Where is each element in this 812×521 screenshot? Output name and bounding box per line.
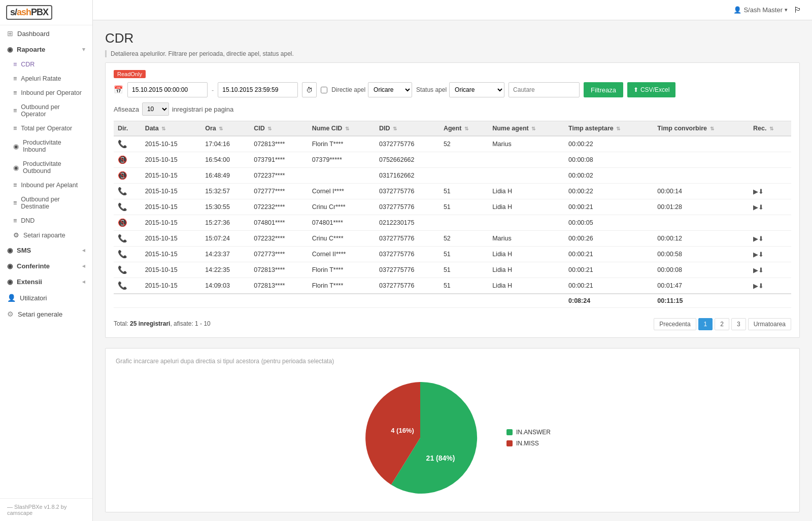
call-in-icon: 📞 [118,202,127,211]
sidebar-item-inbound-per-operator[interactable]: ≡ Inbound per Operator [0,86,92,100]
col-ora[interactable]: Ora ⇅ [201,121,250,136]
col-numeagent[interactable]: Nume agent ⇅ [488,121,564,136]
cdr-panel: ReadOnly 📅 - ⏱ Directie apel Oricare Inb… [105,62,800,338]
cell-data: 2015-10-15 [141,247,201,262]
cell-ora: 15:32:57 [201,184,250,199]
csv-button[interactable]: ⬆ CSV/Excel [627,82,675,97]
play-button[interactable]: ▶ [753,188,758,195]
dnd-icon: ≡ [13,217,17,224]
cell-timp-asteptare: 00:00:22 [564,136,653,152]
sms-chevron-icon: ◂ [82,247,85,254]
per-page-select[interactable]: 10 25 50 100 [142,102,169,116]
play-button[interactable]: ▶ [753,266,758,274]
sidebar-item-total-per-operator[interactable]: ≡ Total per Operator [0,121,92,135]
pagination: Precedenta 1 2 3 Urmatoarea [654,318,791,330]
download-button[interactable]: ⬇ [758,266,764,274]
sms-icon: ◉ [7,247,13,254]
cell-data: 2015-10-15 [141,168,201,184]
prev-button[interactable]: Precedenta [654,318,696,330]
cell-rec: ▶⬇ [749,262,791,278]
download-button[interactable]: ⬇ [758,251,764,258]
sidebar-item-dashboard[interactable]: ⊞ Dashboard [0,25,92,42]
clock-button[interactable]: ⏱ [302,82,317,97]
inbound-apelant-icon: ≡ [13,182,17,189]
sidebar-item-utilizatori[interactable]: 👤 Utilizatori [0,290,92,306]
cell-numeagent: Lidia H [488,184,564,199]
cell-did: 0372775776 [375,199,439,215]
download-button[interactable]: ⬇ [758,188,764,195]
cell-cid: 073791**** [250,152,308,168]
cell-rec [749,136,791,152]
cdr-panel-body: ReadOnly 📅 - ⏱ Directie apel Oricare Inb… [106,63,799,337]
date-to-input[interactable] [218,82,298,97]
sidebar-item-setari-rapoarte[interactable]: ⚙ Setari rapoarte [0,228,92,242]
cell-dir: 📞 [114,184,141,199]
cell-did: 0372775776 [375,184,439,199]
cell-ora: 14:23:37 [201,247,250,262]
cell-numeagent [488,152,564,168]
cell-cid: 072813**** [250,136,308,152]
cell-numeagent: Marius [488,136,564,152]
filter-button[interactable]: Filtreaza [584,82,623,97]
sidebar-item-setari-generale[interactable]: ⚙ Setari generale [0,306,92,322]
download-button[interactable]: ⬇ [758,235,764,242]
cell-timp-convorbire: 00:01:28 [653,199,749,215]
sidebar-item-conferinte[interactable]: ◉ Conferinte ◂ [0,258,92,274]
sidebar-item-productivitate-inbound[interactable]: ◉ Productivitate Inbound [0,135,92,157]
search-input[interactable] [509,82,580,97]
cell-ora: 14:09:03 [201,278,250,294]
directie-select[interactable]: Oricare Inbound Outbound [368,82,412,97]
date-from-input[interactable] [127,82,208,97]
sidebar-item-productivitate-outbound[interactable]: ◉ Productivitate Outbound [0,157,92,178]
sidebar-item-apeluri-ratate[interactable]: ≡ Apeluri Ratate [0,72,92,86]
sidebar-item-cdr[interactable]: ≡ CDR [0,57,92,72]
col-timp-convorbire[interactable]: Timp convorbire ⇅ [653,121,749,136]
cell-did: 0372775776 [375,231,439,247]
col-numecid[interactable]: Nume CID ⇅ [308,121,375,136]
col-agent[interactable]: Agent ⇅ [439,121,488,136]
sidebar-item-inbound-per-apelant[interactable]: ≡ Inbound per Apelant [0,178,92,192]
page-description: Detalierea apelurilor. Filtrare per peri… [105,50,800,57]
sidebar-item-sms[interactable]: ◉ SMS ◂ [0,242,92,258]
sidebar-item-rapoarte[interactable]: ◉ Rapoarte ▾ [0,42,92,57]
call-in-icon: 📞 [118,265,127,274]
cell-dir: 📵 [114,152,141,168]
date-checkbox[interactable] [321,87,327,93]
cell-agent [439,168,488,184]
play-button[interactable]: ▶ [753,203,758,211]
play-button[interactable]: ▶ [753,235,758,242]
col-cid[interactable]: CID ⇅ [250,121,308,136]
cell-timp-convorbire: 00:00:14 [653,184,749,199]
cdr-table: Dir. Data ⇅ Ora ⇅ CID ⇅ Nume CID ⇅ DID ⇅… [114,121,791,308]
col-data[interactable]: Data ⇅ [141,121,201,136]
flag-icon[interactable]: 🏳 [794,6,802,15]
sidebar-item-extensii[interactable]: ◉ Extensii ◂ [0,274,92,290]
play-button[interactable]: ▶ [753,251,758,258]
sidebar-item-outbound-per-operator[interactable]: ≡ Outbound per Operator [0,100,92,121]
col-did[interactable]: DID ⇅ [375,121,439,136]
page-3-button[interactable]: 3 [731,318,746,330]
col-timp-asteptare[interactable]: Timp asteptare ⇅ [564,121,653,136]
rapoarte-icon: ◉ [7,46,13,53]
sidebar-item-outbound-per-destinatie[interactable]: ≡ Outbound per Destinatie [0,192,92,214]
play-button[interactable]: ▶ [753,282,758,290]
sidebar-item-dnd[interactable]: ≡ DND [0,214,92,228]
cell-ora: 15:30:55 [201,199,250,215]
user-menu[interactable]: 👤 S/ash Master ▾ [733,6,788,14]
cell-cid: 072813**** [250,278,308,294]
status-select[interactable]: Oricare ANSWER BUSY NO ANSWER FAILED [449,82,504,97]
download-button[interactable]: ⬇ [758,282,764,290]
page-1-button[interactable]: 1 [698,318,713,330]
table-row: 📞 2015-10-15 14:23:37 072773**** Cornel … [114,247,791,262]
call-in-icon: 📞 [118,250,127,258]
download-button[interactable]: ⬇ [758,203,764,211]
cell-numeagent: Lidia H [488,262,564,278]
cell-cid: 072232**** [250,231,308,247]
next-button[interactable]: Urmatoarea [748,318,791,330]
logo[interactable]: s/ashPBX [0,0,92,25]
cell-dir: 📞 [114,278,141,294]
col-rec[interactable]: Rec. ⇅ [749,121,791,136]
call-missed-icon: 📵 [118,155,127,164]
page-2-button[interactable]: 2 [715,318,729,330]
cell-rec: ▶⬇ [749,231,791,247]
